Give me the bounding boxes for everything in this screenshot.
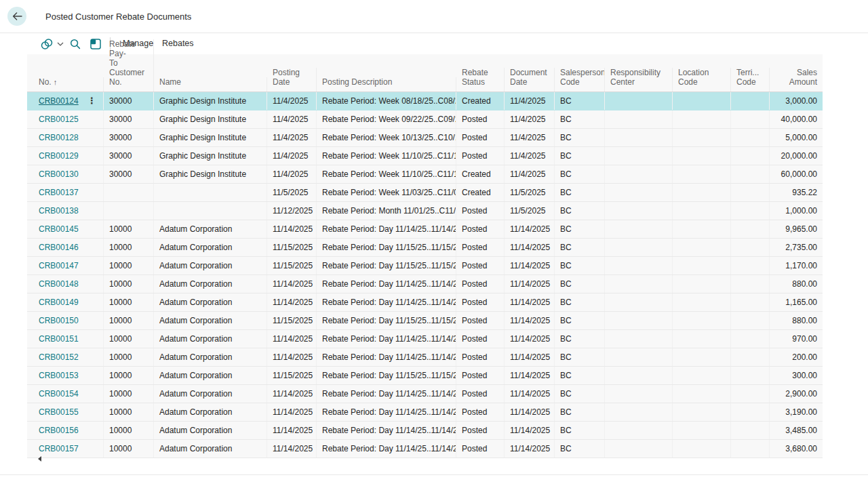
document-no-link[interactable]: CRB00146: [39, 239, 79, 256]
table-row[interactable]: CRB0014510000Adatum Corporation11/14/202…: [27, 220, 823, 239]
cell-salesperson_code: BC: [555, 422, 605, 439]
search-icon[interactable]: [70, 39, 81, 49]
cell-posting_description: Rebate Period: Day 11/14/25..11/14/25: [317, 275, 456, 293]
cell-posting_description: Rebate Period: Week 11/03/25..C11/09...: [317, 184, 456, 201]
cell-location_code: [673, 257, 731, 274]
table-row[interactable]: CRB0015010000Adatum Corporation11/15/202…: [27, 312, 823, 330]
cell-posting_description: Rebate Period: Day 11/14/25..11/14/25: [317, 422, 456, 439]
column-header-no[interactable]: No.↑: [27, 77, 104, 92]
cell-posting_date: 11/14/2025: [267, 348, 317, 366]
cell-customer_no: 30000: [104, 92, 154, 110]
cell-salesperson_code: BC: [555, 147, 605, 165]
cell-responsibility_center: [605, 367, 673, 384]
document-no-link[interactable]: CRB00149: [39, 293, 79, 311]
document-no-link[interactable]: CRB00147: [39, 257, 79, 274]
column-header-responsibility_center[interactable]: Responsibility Center: [605, 68, 673, 92]
table-row[interactable]: CRB0015210000Adatum Corporation11/14/202…: [27, 348, 823, 367]
table-row[interactable]: CRB00124⋮30000Graphic Design Institute11…: [27, 92, 823, 110]
row-context-menu-icon[interactable]: ⋮: [86, 92, 98, 110]
table-row[interactable]: CRB0015710000Adatum Corporation11/14/202…: [27, 440, 823, 458]
cell-sales_amount: 1,170.00: [770, 257, 823, 274]
document-no-link[interactable]: CRB00124: [39, 92, 79, 110]
cell-location_code: [673, 385, 731, 403]
views-icon[interactable]: [40, 37, 54, 51]
cell-location_code: [673, 330, 731, 348]
document-no-link[interactable]: CRB00138: [39, 202, 79, 220]
document-no-link[interactable]: CRB00157: [39, 440, 79, 458]
column-header-customer_no[interactable]: Rebate Pay- To Customer No.: [104, 39, 154, 92]
document-no-link[interactable]: CRB00150: [39, 312, 79, 329]
cell-territory_code: [731, 293, 770, 311]
document-no-link[interactable]: CRB00151: [39, 330, 79, 348]
document-no-link[interactable]: CRB00130: [39, 165, 79, 183]
cell-responsibility_center: [605, 275, 673, 293]
back-button[interactable]: [7, 7, 26, 26]
table-row[interactable]: CRB0014910000Adatum Corporation11/14/202…: [27, 293, 823, 312]
column-header-name[interactable]: Name: [154, 77, 267, 92]
document-no-link[interactable]: CRB00154: [39, 385, 79, 403]
cell-posting_description: Rebate Period: Day 11/14/25..11/14/25: [317, 385, 456, 403]
analyze-icon[interactable]: [90, 39, 101, 49]
cell-territory_code: [731, 275, 770, 293]
document-no-link[interactable]: CRB00137: [39, 184, 79, 201]
document-no-link[interactable]: CRB00155: [39, 403, 79, 421]
table-row[interactable]: CRB0013811/12/2025Rebate Period: Month 1…: [27, 202, 823, 220]
table-row[interactable]: CRB0015610000Adatum Corporation11/14/202…: [27, 422, 823, 440]
cell-sales_amount: 880.00: [770, 312, 823, 329]
document-no-link[interactable]: CRB00156: [39, 422, 79, 439]
cell-document_date: 11/4/2025: [505, 129, 555, 146]
cell-posting_date: 11/14/2025: [267, 403, 317, 421]
cell-posting_date: 11/14/2025: [267, 220, 317, 238]
column-header-territory_code[interactable]: Terri... Code: [731, 68, 770, 92]
document-no-link[interactable]: CRB00152: [39, 348, 79, 366]
cell-posting_date: 11/4/2025: [267, 165, 317, 183]
document-no-link[interactable]: CRB00148: [39, 275, 79, 293]
cell-responsibility_center: [605, 220, 673, 238]
document-no-link[interactable]: CRB00129: [39, 147, 79, 165]
cell-name: Adatum Corporation: [154, 385, 267, 403]
cell-name: Graphic Design Institute: [154, 110, 267, 128]
table-row[interactable]: CRB0014810000Adatum Corporation11/14/202…: [27, 275, 823, 293]
column-header-label: Rebate Status: [462, 68, 488, 87]
column-header-document_date[interactable]: Document Date: [505, 68, 555, 92]
cell-no: CRB00128: [27, 129, 104, 146]
table-row[interactable]: CRB0012530000Graphic Design Institute11/…: [27, 110, 823, 129]
table-row[interactable]: CRB0014710000Adatum Corporation11/15/202…: [27, 257, 823, 275]
cell-document_date: 11/14/2025: [505, 257, 555, 274]
cell-salesperson_code: BC: [555, 165, 605, 183]
column-header-posting_date[interactable]: Posting Date: [267, 68, 317, 92]
chevron-down-icon[interactable]: [57, 42, 64, 46]
table-row[interactable]: CRB0013030000Graphic Design Institute11/…: [27, 165, 823, 184]
document-no-link[interactable]: CRB00128: [39, 129, 79, 146]
cell-salesperson_code: BC: [555, 110, 605, 128]
cell-document_date: 11/14/2025: [505, 239, 555, 256]
document-no-link[interactable]: CRB00145: [39, 220, 79, 238]
cell-document_date: 11/14/2025: [505, 403, 555, 421]
cell-sales_amount: 5,000.00: [770, 129, 823, 146]
column-header-label: Terri... Code: [736, 68, 759, 87]
cell-sales_amount: 3,000.00: [770, 92, 823, 110]
cell-name: Adatum Corporation: [154, 312, 267, 329]
table-row[interactable]: CRB0015110000Adatum Corporation11/14/202…: [27, 330, 823, 348]
table-row[interactable]: CRB0012830000Graphic Design Institute11/…: [27, 129, 823, 147]
column-header-salesperson_code[interactable]: Salesperson Code: [555, 68, 605, 92]
document-no-link[interactable]: CRB00153: [39, 367, 79, 384]
column-header-sales_amount[interactable]: Sales Amount: [770, 68, 823, 92]
table-row[interactable]: CRB0014610000Adatum Corporation11/15/202…: [27, 239, 823, 257]
table-row[interactable]: CRB0015410000Adatum Corporation11/14/202…: [27, 385, 823, 403]
cell-territory_code: [731, 312, 770, 329]
menu-item-rebates[interactable]: Rebates: [162, 33, 194, 54]
column-header-location_code[interactable]: Location Code: [673, 68, 731, 92]
cell-salesperson_code: BC: [555, 257, 605, 274]
cell-territory_code: [731, 110, 770, 128]
horizontal-scroll-left-arrow[interactable]: [38, 456, 41, 462]
table-row[interactable]: CRB0015310000Adatum Corporation11/15/202…: [27, 367, 823, 385]
column-header-rebate_status[interactable]: Rebate Status: [456, 68, 505, 92]
table-row[interactable]: CRB0012930000Graphic Design Institute11/…: [27, 147, 823, 165]
cell-customer_no: 10000: [104, 275, 154, 293]
table-row[interactable]: CRB0015510000Adatum Corporation11/14/202…: [27, 403, 823, 422]
cell-name: Graphic Design Institute: [154, 147, 267, 165]
table-row[interactable]: CRB0013711/5/2025Rebate Period: Week 11/…: [27, 184, 823, 202]
column-header-posting_description[interactable]: Posting Description: [317, 77, 456, 92]
document-no-link[interactable]: CRB00125: [39, 110, 79, 128]
